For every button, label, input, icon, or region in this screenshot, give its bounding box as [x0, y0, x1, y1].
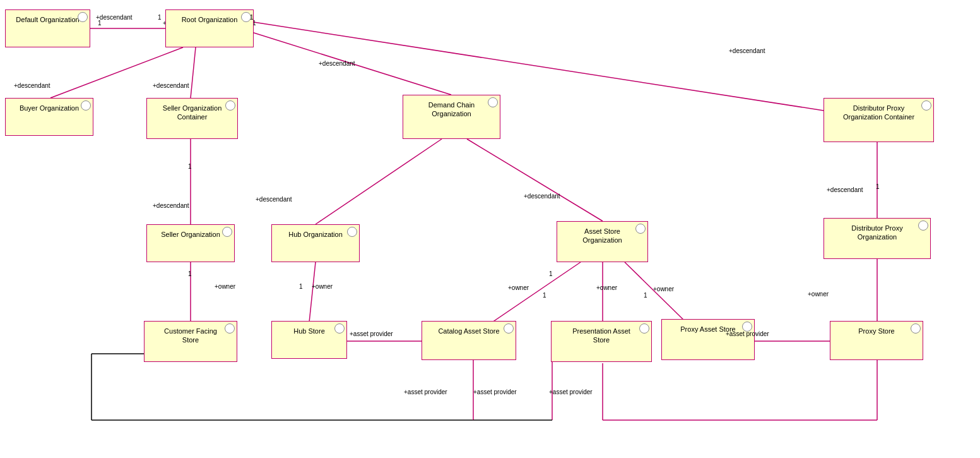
dist-proxy-org-container-box: Distributor ProxyOrganization Container	[824, 98, 934, 142]
conn-label-descendant-asset: +descendant	[524, 193, 560, 200]
demand-chain-org-icon	[488, 97, 498, 107]
customer-facing-store-icon	[225, 323, 235, 334]
conn-label-descendant-hub: +descendant	[256, 196, 292, 203]
catalog-asset-store-box: Catalog Asset Store	[422, 321, 516, 360]
conn-label-owner-seller: +owner	[215, 283, 235, 290]
conn-label-descendant-seller-container: +descendant	[153, 82, 189, 89]
hub-store-box: Hub Store	[271, 321, 347, 359]
conn-label-asset-provider-3: +asset provider	[549, 389, 593, 395]
default-org-box: Default Organization	[5, 9, 90, 47]
seller-org-container-box: Seller OrganizationContainer	[146, 98, 238, 139]
conn-label-1-dist-proxy: 1	[876, 183, 880, 190]
conn-label-asset-provider-hub: +asset provider	[350, 330, 393, 337]
presentation-asset-store-label: Presentation AssetStore	[555, 327, 647, 345]
hub-org-icon	[347, 227, 357, 237]
presentation-asset-store-icon	[639, 323, 649, 334]
conn-label-1-presentation: 1	[644, 292, 647, 299]
buyer-org-box: Buyer Organization	[5, 98, 93, 136]
customer-facing-store-box: Customer FacingStore	[144, 321, 237, 362]
demand-chain-org-box: Demand ChainOrganization	[403, 95, 500, 139]
root-org-box: Root Organization	[165, 9, 254, 47]
svg-line-8	[467, 139, 603, 221]
svg-line-13	[492, 262, 581, 322]
dist-proxy-org-box: Distributor ProxyOrganization	[824, 218, 931, 259]
svg-line-1	[50, 47, 183, 98]
asset-store-org-icon	[635, 224, 646, 234]
conn-label-1-seller-org: 1	[188, 270, 192, 277]
proxy-store-icon	[911, 323, 921, 334]
hub-store-label: Hub Store	[276, 327, 343, 335]
hub-org-label: Hub Organization	[276, 230, 355, 239]
conn-label-owner-proxy-store: +owner	[808, 291, 829, 298]
buyer-org-label: Buyer Organization	[9, 104, 89, 112]
dist-proxy-org-container-label: Distributor ProxyOrganization Container	[828, 104, 930, 122]
presentation-asset-store-box: Presentation AssetStore	[551, 321, 652, 362]
buyer-org-icon	[81, 100, 91, 111]
conn-label-1a: 1	[158, 14, 162, 21]
conn-label-asset-provider-1: +asset provider	[404, 389, 447, 395]
conn-label-owner-presentation: +owner	[596, 284, 617, 291]
svg-line-7	[316, 139, 442, 224]
dist-proxy-org-icon	[918, 220, 928, 231]
conn-label-asset-provider-proxy: +asset provider	[726, 330, 769, 337]
conn-label-descendant-dist-proxy: +descendant	[827, 186, 863, 193]
conn-label-owner-hub: +owner	[312, 283, 333, 290]
seller-org-box: Seller Organization	[146, 224, 235, 262]
svg-line-2	[191, 47, 196, 98]
conn-label-1-seller-container: 1	[188, 163, 192, 170]
proxy-store-box: Proxy Store	[830, 321, 923, 360]
conn-label-1b: 1	[250, 14, 254, 21]
conn-label-descendant-1: +descendant	[96, 14, 133, 21]
seller-org-container-label: Seller OrganizationContainer	[151, 104, 233, 122]
dist-proxy-org-container-icon	[921, 100, 931, 111]
conn-label-owner-proxy-asset: +owner	[653, 286, 674, 292]
default-org-label: Default Organization	[9, 15, 86, 24]
default-org-icon	[78, 12, 88, 22]
proxy-store-label: Proxy Store	[834, 327, 919, 335]
asset-store-org-box: Asset StoreOrganization	[557, 221, 648, 262]
conn-label-descendant-seller: +descendant	[153, 202, 189, 209]
hub-org-box: Hub Organization	[271, 224, 360, 262]
seller-org-container-icon	[225, 100, 235, 111]
conn-label-1-hub: 1	[299, 283, 303, 290]
svg-line-9	[309, 262, 316, 322]
asset-store-org-label: Asset StoreOrganization	[561, 227, 644, 245]
conn-label-descendant-dist: +descendant	[729, 47, 765, 54]
conn-label-asset-provider-2: +asset provider	[473, 389, 517, 395]
customer-facing-store-label: Customer FacingStore	[148, 327, 233, 345]
diagram-container: 1 +descendant 1 Default Organization Roo…	[0, 0, 980, 458]
catalog-asset-store-icon	[504, 323, 514, 334]
seller-org-icon	[222, 227, 232, 237]
conn-label-descendant-demand: +descendant	[319, 60, 355, 67]
conn-label-1b-asset: 1	[549, 270, 553, 277]
conn-label-1-catalog: 1	[543, 292, 546, 299]
root-org-label: Root Organization	[170, 15, 249, 24]
proxy-asset-store-box: Proxy Asset Store	[661, 319, 755, 360]
conn-label-owner-catalog: +owner	[508, 284, 529, 291]
seller-org-label: Seller Organization	[151, 230, 230, 239]
dist-proxy-org-label: Distributor ProxyOrganization	[828, 224, 926, 242]
catalog-asset-store-label: Catalog Asset Store	[426, 327, 512, 335]
hub-store-icon	[334, 323, 345, 334]
demand-chain-org-label: Demand ChainOrganization	[407, 100, 496, 119]
conn-label-descendant-buyer: +descendant	[14, 82, 50, 89]
